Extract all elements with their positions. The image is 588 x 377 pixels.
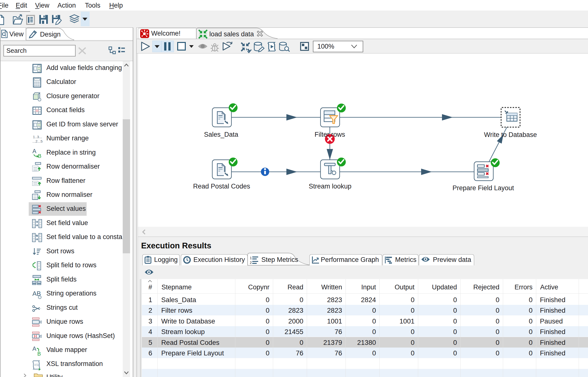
svg-text:Sales_Data: Sales_Data xyxy=(204,131,239,138)
svg-text:Read Postal Codes: Read Postal Codes xyxy=(193,183,250,190)
svg-text:Filter rows: Filter rows xyxy=(315,131,345,138)
svg-text:Stream lookup: Stream lookup xyxy=(309,183,351,190)
svg-text:1: 1 xyxy=(250,256,252,260)
svg-text:Prepare Field Layout: Prepare Field Layout xyxy=(453,184,514,192)
svg-text:Write to Database: Write to Database xyxy=(484,131,537,138)
svg-text:2: 2 xyxy=(250,261,252,265)
